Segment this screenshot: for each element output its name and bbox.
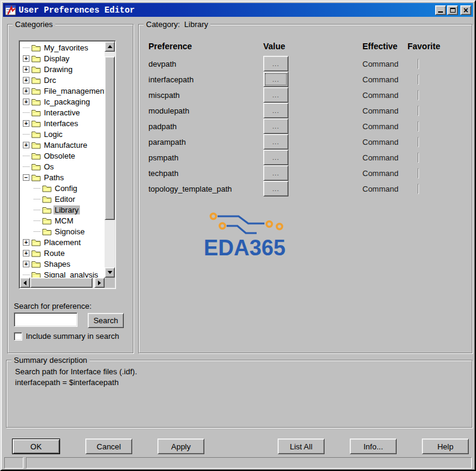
titlebar[interactable]: User Preferences Editor × <box>3 3 473 17</box>
tree-horizontal-scrollbar[interactable] <box>20 278 105 288</box>
tree-item-config[interactable]: Config <box>20 183 105 193</box>
apply-button[interactable]: Apply <box>157 439 204 454</box>
tree-item-label: Interactive <box>43 108 81 117</box>
tree-item-paths[interactable]: −Paths <box>20 172 105 183</box>
tree-item-display[interactable]: +Display <box>20 53 105 64</box>
collapse-minus-icon[interactable]: − <box>23 174 29 181</box>
preference-row-modulepath: modulepath...Command <box>148 103 467 118</box>
arrow-down-icon <box>108 271 112 274</box>
favorite-checkbox[interactable] <box>418 184 419 194</box>
tree-item-route[interactable]: +Route <box>20 248 105 258</box>
folder-icon <box>31 76 41 84</box>
close-button[interactable]: × <box>460 5 471 15</box>
tree-connector <box>34 231 40 232</box>
app-icon <box>5 5 16 16</box>
tree-item-editor[interactable]: Editor <box>20 193 105 204</box>
tree-item-label: Interfaces <box>43 119 79 128</box>
tree-item-my_favorites[interactable]: My_favorites <box>20 42 105 53</box>
value-ellipsis-button[interactable]: ... <box>263 103 288 118</box>
effective-value: Command <box>362 75 418 84</box>
favorite-checkbox[interactable] <box>418 168 419 178</box>
include-summary-checkbox[interactable] <box>14 332 22 341</box>
folder-icon <box>31 44 41 52</box>
categories-tree[interactable]: My_favorites+Display+Drawing+Drc+File_ma… <box>19 40 116 289</box>
tree-item-library[interactable]: Library <box>20 204 105 215</box>
tree-item-interfaces[interactable]: +Interfaces <box>20 118 105 129</box>
value-ellipsis-button[interactable]: ... <box>263 165 288 181</box>
tree-vertical-scrollbar[interactable] <box>105 41 115 278</box>
tree-item-interactive[interactable]: Interactive <box>20 107 105 118</box>
expand-plus-icon[interactable]: + <box>23 250 29 257</box>
scroll-right-button[interactable] <box>94 278 105 288</box>
search-input[interactable] <box>14 312 78 327</box>
tree-item-mcm[interactable]: MCM <box>20 215 105 226</box>
tree-item-obsolete[interactable]: Obsolete <box>20 150 105 161</box>
scroll-up-button[interactable] <box>105 41 115 52</box>
favorite-checkbox[interactable] <box>418 153 419 163</box>
list-all-button[interactable]: List All <box>278 439 325 454</box>
vertical-scroll-thumb[interactable] <box>105 56 115 220</box>
preference-row-techpath: techpath...Command <box>148 165 467 181</box>
expand-plus-icon[interactable]: + <box>23 142 29 148</box>
value-ellipsis-button[interactable]: ... <box>263 150 288 165</box>
expand-plus-icon[interactable]: + <box>23 66 29 73</box>
favorite-checkbox[interactable] <box>418 137 419 147</box>
expand-plus-icon[interactable]: + <box>23 77 29 84</box>
tree-item-label: Paths <box>43 173 65 182</box>
favorite-checkbox[interactable] <box>418 121 419 132</box>
tree-item-signoise[interactable]: Signoise <box>20 226 105 237</box>
status-bar <box>3 456 473 470</box>
vertical-scroll-track[interactable] <box>105 52 115 267</box>
tree-item-placement[interactable]: +Placement <box>20 237 105 248</box>
expand-plus-icon[interactable]: + <box>23 120 29 127</box>
tree-item-manufacture[interactable]: +Manufacture <box>20 139 105 150</box>
tree-item-os[interactable]: Os <box>20 161 105 172</box>
favorite-checkbox[interactable] <box>418 90 419 100</box>
expand-plus-icon[interactable]: + <box>23 88 29 94</box>
tree-connector <box>23 134 29 135</box>
value-ellipsis-button[interactable]: ... <box>263 181 288 196</box>
expand-plus-icon[interactable]: + <box>23 99 29 105</box>
folder-icon <box>42 228 52 235</box>
scroll-down-button[interactable] <box>105 267 115 278</box>
favorite-checkbox[interactable] <box>418 59 419 69</box>
tree-item-shapes[interactable]: +Shapes <box>20 258 105 269</box>
search-button[interactable]: Search <box>88 313 124 328</box>
help-button[interactable]: Help <box>422 439 469 454</box>
tree-item-signal_analysis[interactable]: Signal_analysis <box>20 269 105 278</box>
tree-item-drawing[interactable]: +Drawing <box>20 64 105 74</box>
expand-plus-icon[interactable]: + <box>23 261 29 267</box>
folder-icon <box>31 141 41 149</box>
maximize-button[interactable] <box>447 5 458 15</box>
cancel-button[interactable]: Cancel <box>85 439 132 454</box>
info-button[interactable]: Info... <box>350 439 397 454</box>
favorite-checkbox[interactable] <box>418 74 419 85</box>
ok-button[interactable]: OK <box>12 439 60 454</box>
horizontal-scroll-thumb[interactable] <box>30 278 93 288</box>
tree-item-drc[interactable]: +Drc <box>20 74 105 85</box>
user-preferences-editor-window: User Preferences Editor × Categories My_… <box>0 0 476 471</box>
value-ellipsis-button[interactable]: ... <box>263 134 288 150</box>
value-ellipsis-button[interactable]: ... <box>263 71 288 87</box>
category-library-panel: Category: Library Preference Value Effec… <box>138 24 472 353</box>
effective-value: Command <box>362 138 418 147</box>
folder-icon <box>31 174 41 181</box>
value-ellipsis-button[interactable]: ... <box>263 87 288 103</box>
search-for-preference-label: Search for preference: <box>14 302 91 311</box>
value-ellipsis-button[interactable]: ... <box>263 118 288 134</box>
expand-plus-icon[interactable]: + <box>23 55 29 62</box>
tree-item-ic_packaging[interactable]: +Ic_packaging <box>20 96 105 107</box>
tree-item-label: My_favorites <box>43 43 90 52</box>
minimize-button[interactable] <box>435 5 446 15</box>
preference-name: devpath <box>148 59 263 68</box>
column-favorite: Favorite <box>407 41 467 51</box>
expand-plus-icon[interactable]: + <box>23 239 29 246</box>
minimize-icon <box>438 11 443 13</box>
tree-connector <box>34 210 40 210</box>
scroll-left-button[interactable] <box>20 278 30 288</box>
tree-item-file_management[interactable]: +File_management <box>20 85 105 96</box>
tree-item-logic[interactable]: Logic <box>20 129 105 139</box>
horizontal-scroll-track[interactable] <box>30 278 94 288</box>
value-ellipsis-button[interactable]: ... <box>263 56 288 71</box>
favorite-checkbox[interactable] <box>418 106 419 116</box>
